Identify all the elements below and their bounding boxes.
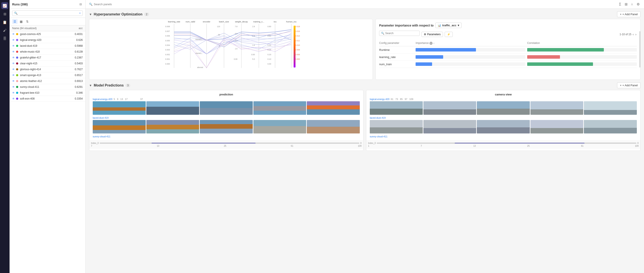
pred-run-label-3: sunny-cloud-411 bbox=[93, 135, 360, 138]
run-row[interactable]: 👁 fragrant-bee-410 0.346 bbox=[10, 90, 85, 96]
top-bar: 🔍 Σ ⊞ ⑃ ⚙ bbox=[86, 0, 644, 9]
pred-img-2-2 bbox=[146, 120, 199, 133]
run-eye-icon[interactable]: 👁 bbox=[12, 80, 15, 83]
run-acc: 0.5403 bbox=[71, 62, 83, 65]
add-icon: + bbox=[620, 13, 622, 16]
sidebar-item-database[interactable]: 🗄 bbox=[1, 35, 8, 42]
run-eye-icon[interactable]: 👁 bbox=[12, 39, 15, 42]
tune-button[interactable]: ⚡ bbox=[445, 32, 453, 37]
run-name: fragrant-bee-410 bbox=[20, 91, 71, 94]
run-eye-icon[interactable]: 👁 bbox=[12, 44, 15, 47]
cam-run-name-3: sunny-cloud-411 bbox=[370, 135, 387, 138]
name-column-header: Name (84 visualized) bbox=[12, 27, 70, 30]
run-name: clear-night-415 bbox=[20, 62, 71, 65]
hyperparameter-add-panel-button[interactable]: + + Add Panel bbox=[617, 11, 640, 17]
run-row[interactable]: 👁 grateful-glitter-417 0.2367 bbox=[10, 55, 85, 61]
run-row[interactable]: 👁 soft-eon-408 0.3354 bbox=[10, 96, 85, 102]
parameters-label: Parameters bbox=[427, 33, 440, 36]
sigma-button[interactable]: Σ bbox=[618, 2, 622, 7]
sidebar-search-wrap: 🔍 ✦ bbox=[12, 11, 83, 16]
run-eye-icon[interactable]: 👁 bbox=[12, 85, 15, 89]
param-importance-select[interactable]: 📊 traffic_acc ▾ bbox=[435, 23, 462, 28]
hyperparameter-section-count: 2 bbox=[144, 13, 149, 16]
run-color-dot bbox=[16, 33, 18, 35]
correlation-fill-runtime bbox=[527, 48, 604, 52]
parameters-button[interactable]: ⚙ Parameters bbox=[422, 32, 443, 37]
cam-images-row-2 bbox=[370, 120, 637, 133]
model-predictions-add-panel-button[interactable]: + + Add Panel bbox=[617, 82, 640, 88]
run-eye-icon[interactable]: 👁 bbox=[12, 62, 15, 65]
search-panels-input[interactable] bbox=[94, 3, 616, 6]
importance-fill-lr bbox=[416, 55, 443, 59]
svg-text:0.014: 0.014 bbox=[295, 35, 300, 37]
run-row[interactable]: 👁 atomic-feather-412 0.6913 bbox=[10, 78, 85, 84]
svg-text:0.006: 0.006 bbox=[165, 35, 170, 37]
run-color-dot bbox=[16, 98, 18, 100]
branch-button[interactable]: ⑃ bbox=[630, 2, 634, 7]
run-row[interactable]: 👁 clear-night-415 0.5403 bbox=[10, 61, 85, 67]
param-name-learning-rate: learning_rate bbox=[379, 56, 414, 59]
prev-page-button[interactable]: ‹ bbox=[632, 33, 634, 36]
cam-index-max: 0 bbox=[637, 142, 638, 144]
run-row[interactable]: 👁 whole-music-418 0.6139 bbox=[10, 49, 85, 55]
svg-text:encoder: encoder bbox=[203, 21, 210, 23]
acc-column-header: acc bbox=[70, 27, 83, 30]
sidebar-item-notes[interactable]: 📋 bbox=[1, 19, 8, 26]
run-eye-icon[interactable]: 👁 bbox=[12, 91, 15, 94]
filter-button[interactable]: ☰ bbox=[12, 19, 18, 24]
layout-button[interactable]: ⊞ bbox=[624, 2, 628, 7]
svg-text:0.010: 0.010 bbox=[295, 44, 300, 46]
hyperparameter-collapse-button[interactable]: ▼ bbox=[89, 13, 92, 16]
parallel-coords-panel: learning_rate num_valid encoder batch_si… bbox=[89, 19, 373, 80]
sidebar-item-brush[interactable]: 🖌 bbox=[1, 27, 8, 34]
param-search-wrap: 🔍 bbox=[379, 31, 420, 36]
run-row[interactable]: 👁 laced-dust-419 0.5968 bbox=[10, 43, 85, 49]
columns-button[interactable]: ▦ bbox=[18, 19, 24, 24]
sidebar-toolbar: ☰ ▦ ⇅ bbox=[10, 18, 85, 26]
run-eye-icon[interactable]: 👁 bbox=[12, 97, 15, 100]
importance-bar-numtrain bbox=[416, 62, 525, 66]
run-eye-icon[interactable]: 👁 bbox=[12, 50, 15, 53]
hyperparameter-section-title: Hyperparameter Optimization bbox=[94, 13, 142, 16]
pred-run-name-1: logical-energy-420 bbox=[93, 98, 112, 100]
camera-panel-title: camera view bbox=[370, 93, 637, 96]
run-eye-icon[interactable]: 👁 bbox=[12, 68, 15, 71]
svg-text:0.016: 0.016 bbox=[295, 30, 300, 32]
cam-images-row-1 bbox=[370, 101, 637, 115]
run-row[interactable]: 👁 sunny-cloud-411 0.6291 bbox=[10, 84, 85, 90]
run-row[interactable]: 👁 good-cosmos-425 0.4031 bbox=[10, 31, 85, 37]
correlation-bar-numtrain bbox=[527, 62, 637, 66]
svg-text:0.006: 0.006 bbox=[295, 54, 300, 56]
param-search-input[interactable] bbox=[385, 32, 418, 35]
model-predictions-header: ▼ Model Predictions 3 + + Add Panel bbox=[89, 82, 640, 88]
run-eye-icon[interactable]: 👁 bbox=[12, 74, 15, 77]
sidebar-search-input[interactable] bbox=[18, 12, 78, 15]
param-importance-panel: Parameter importance with respect to 📊 t… bbox=[376, 19, 640, 80]
next-page-button[interactable]: › bbox=[635, 33, 637, 36]
svg-text:num_valid: num_valid bbox=[186, 21, 195, 23]
run-row[interactable]: 👁 smart-sponge-413 0.6517 bbox=[10, 72, 85, 78]
cam-run-label-1: logical-energy-420 61 73 85 97 109 bbox=[370, 98, 637, 100]
svg-text:2.8: 2.8 bbox=[252, 26, 255, 28]
index-thumb-1[interactable] bbox=[152, 143, 256, 144]
run-eye-icon[interactable]: 👁 bbox=[12, 56, 15, 59]
index-track-1[interactable] bbox=[100, 143, 360, 144]
cam-index-thumb[interactable] bbox=[455, 143, 584, 144]
run-name: laced-dust-419 bbox=[20, 44, 71, 47]
run-row[interactable]: 👁 glorious-night-414 0.7627 bbox=[10, 67, 85, 72]
sidebar-item-chart[interactable]: 📈 bbox=[1, 2, 8, 9]
cam-img-1-5 bbox=[584, 101, 637, 115]
model-predictions-collapse-button[interactable]: ▼ bbox=[89, 84, 92, 87]
sidebar-item-table[interactable]: ⊞ bbox=[1, 11, 8, 17]
icon-strip: 📈 ⊞ 📋 🖌 🗄 bbox=[0, 0, 10, 273]
svg-text:0.10: 0.10 bbox=[268, 58, 271, 60]
run-eye-icon[interactable]: 👁 bbox=[12, 33, 15, 36]
settings-button[interactable]: ⚙ bbox=[636, 2, 640, 7]
sidebar-expand-button[interactable]: ⊟ bbox=[78, 2, 83, 6]
cam-index-track[interactable] bbox=[377, 143, 636, 144]
search-spinner-icon: ✦ bbox=[79, 12, 81, 14]
run-row[interactable]: 👁 logical-energy-420 0.626 bbox=[10, 37, 85, 43]
sort-button[interactable]: ⇅ bbox=[25, 19, 30, 24]
importance-info-icon[interactable]: ℹ bbox=[430, 42, 432, 45]
run-list: 👁 good-cosmos-425 0.4031 👁 logical-energ… bbox=[10, 31, 85, 273]
